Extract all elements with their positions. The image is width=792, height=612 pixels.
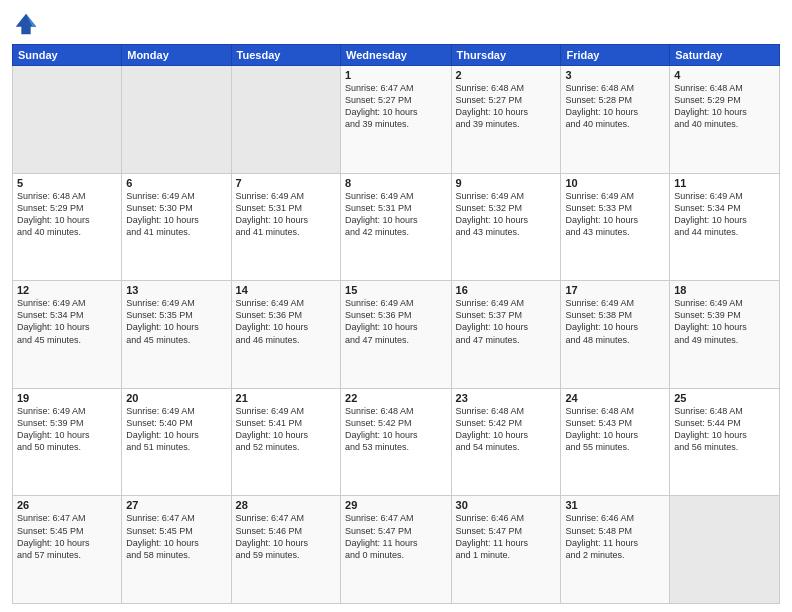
header	[12, 10, 780, 38]
col-header-monday: Monday	[122, 45, 231, 66]
calendar-cell: 9Sunrise: 6:49 AM Sunset: 5:32 PM Daylig…	[451, 173, 561, 281]
day-info: Sunrise: 6:48 AM Sunset: 5:44 PM Dayligh…	[674, 405, 775, 454]
calendar-cell: 28Sunrise: 6:47 AM Sunset: 5:46 PM Dayli…	[231, 496, 340, 604]
day-info: Sunrise: 6:49 AM Sunset: 5:35 PM Dayligh…	[126, 297, 226, 346]
calendar-cell: 4Sunrise: 6:48 AM Sunset: 5:29 PM Daylig…	[670, 66, 780, 174]
day-info: Sunrise: 6:49 AM Sunset: 5:37 PM Dayligh…	[456, 297, 557, 346]
day-info: Sunrise: 6:49 AM Sunset: 5:30 PM Dayligh…	[126, 190, 226, 239]
calendar-cell: 27Sunrise: 6:47 AM Sunset: 5:45 PM Dayli…	[122, 496, 231, 604]
day-info: Sunrise: 6:46 AM Sunset: 5:48 PM Dayligh…	[565, 512, 665, 561]
day-number: 7	[236, 177, 336, 189]
day-info: Sunrise: 6:48 AM Sunset: 5:42 PM Dayligh…	[345, 405, 447, 454]
page: SundayMondayTuesdayWednesdayThursdayFrid…	[0, 0, 792, 612]
day-info: Sunrise: 6:46 AM Sunset: 5:47 PM Dayligh…	[456, 512, 557, 561]
day-info: Sunrise: 6:49 AM Sunset: 5:31 PM Dayligh…	[345, 190, 447, 239]
day-info: Sunrise: 6:49 AM Sunset: 5:33 PM Dayligh…	[565, 190, 665, 239]
day-info: Sunrise: 6:49 AM Sunset: 5:39 PM Dayligh…	[17, 405, 117, 454]
day-number: 11	[674, 177, 775, 189]
calendar-cell: 23Sunrise: 6:48 AM Sunset: 5:42 PM Dayli…	[451, 388, 561, 496]
calendar-cell: 8Sunrise: 6:49 AM Sunset: 5:31 PM Daylig…	[341, 173, 452, 281]
day-number: 3	[565, 69, 665, 81]
day-info: Sunrise: 6:48 AM Sunset: 5:27 PM Dayligh…	[456, 82, 557, 131]
day-info: Sunrise: 6:49 AM Sunset: 5:36 PM Dayligh…	[236, 297, 336, 346]
day-number: 12	[17, 284, 117, 296]
calendar-cell: 13Sunrise: 6:49 AM Sunset: 5:35 PM Dayli…	[122, 281, 231, 389]
day-info: Sunrise: 6:49 AM Sunset: 5:41 PM Dayligh…	[236, 405, 336, 454]
day-info: Sunrise: 6:49 AM Sunset: 5:40 PM Dayligh…	[126, 405, 226, 454]
calendar-cell: 6Sunrise: 6:49 AM Sunset: 5:30 PM Daylig…	[122, 173, 231, 281]
day-number: 28	[236, 499, 336, 511]
day-info: Sunrise: 6:47 AM Sunset: 5:45 PM Dayligh…	[126, 512, 226, 561]
day-number: 2	[456, 69, 557, 81]
calendar-cell	[122, 66, 231, 174]
calendar-week-row: 12Sunrise: 6:49 AM Sunset: 5:34 PM Dayli…	[13, 281, 780, 389]
calendar-cell: 20Sunrise: 6:49 AM Sunset: 5:40 PM Dayli…	[122, 388, 231, 496]
col-header-saturday: Saturday	[670, 45, 780, 66]
calendar-cell: 24Sunrise: 6:48 AM Sunset: 5:43 PM Dayli…	[561, 388, 670, 496]
day-number: 5	[17, 177, 117, 189]
day-info: Sunrise: 6:49 AM Sunset: 5:31 PM Dayligh…	[236, 190, 336, 239]
logo-icon	[12, 10, 40, 38]
calendar-cell: 1Sunrise: 6:47 AM Sunset: 5:27 PM Daylig…	[341, 66, 452, 174]
calendar-week-row: 26Sunrise: 6:47 AM Sunset: 5:45 PM Dayli…	[13, 496, 780, 604]
day-number: 29	[345, 499, 447, 511]
calendar-week-row: 1Sunrise: 6:47 AM Sunset: 5:27 PM Daylig…	[13, 66, 780, 174]
day-info: Sunrise: 6:48 AM Sunset: 5:29 PM Dayligh…	[674, 82, 775, 131]
day-number: 10	[565, 177, 665, 189]
day-number: 6	[126, 177, 226, 189]
calendar-cell: 2Sunrise: 6:48 AM Sunset: 5:27 PM Daylig…	[451, 66, 561, 174]
day-number: 30	[456, 499, 557, 511]
day-number: 14	[236, 284, 336, 296]
day-number: 26	[17, 499, 117, 511]
calendar-header-row: SundayMondayTuesdayWednesdayThursdayFrid…	[13, 45, 780, 66]
day-number: 15	[345, 284, 447, 296]
calendar-cell: 5Sunrise: 6:48 AM Sunset: 5:29 PM Daylig…	[13, 173, 122, 281]
calendar-cell: 18Sunrise: 6:49 AM Sunset: 5:39 PM Dayli…	[670, 281, 780, 389]
calendar-cell: 30Sunrise: 6:46 AM Sunset: 5:47 PM Dayli…	[451, 496, 561, 604]
calendar-cell: 19Sunrise: 6:49 AM Sunset: 5:39 PM Dayli…	[13, 388, 122, 496]
col-header-tuesday: Tuesday	[231, 45, 340, 66]
logo	[12, 10, 44, 38]
col-header-wednesday: Wednesday	[341, 45, 452, 66]
day-number: 9	[456, 177, 557, 189]
col-header-friday: Friday	[561, 45, 670, 66]
day-number: 17	[565, 284, 665, 296]
calendar-cell: 3Sunrise: 6:48 AM Sunset: 5:28 PM Daylig…	[561, 66, 670, 174]
calendar-cell: 16Sunrise: 6:49 AM Sunset: 5:37 PM Dayli…	[451, 281, 561, 389]
day-number: 22	[345, 392, 447, 404]
calendar-cell	[670, 496, 780, 604]
day-info: Sunrise: 6:49 AM Sunset: 5:34 PM Dayligh…	[17, 297, 117, 346]
calendar-cell: 10Sunrise: 6:49 AM Sunset: 5:33 PM Dayli…	[561, 173, 670, 281]
calendar-cell	[13, 66, 122, 174]
calendar-table: SundayMondayTuesdayWednesdayThursdayFrid…	[12, 44, 780, 604]
day-number: 1	[345, 69, 447, 81]
calendar-cell: 29Sunrise: 6:47 AM Sunset: 5:47 PM Dayli…	[341, 496, 452, 604]
day-info: Sunrise: 6:48 AM Sunset: 5:42 PM Dayligh…	[456, 405, 557, 454]
day-number: 18	[674, 284, 775, 296]
day-number: 19	[17, 392, 117, 404]
day-number: 25	[674, 392, 775, 404]
calendar-week-row: 5Sunrise: 6:48 AM Sunset: 5:29 PM Daylig…	[13, 173, 780, 281]
col-header-sunday: Sunday	[13, 45, 122, 66]
day-number: 31	[565, 499, 665, 511]
day-number: 16	[456, 284, 557, 296]
col-header-thursday: Thursday	[451, 45, 561, 66]
day-info: Sunrise: 6:49 AM Sunset: 5:34 PM Dayligh…	[674, 190, 775, 239]
calendar-cell: 17Sunrise: 6:49 AM Sunset: 5:38 PM Dayli…	[561, 281, 670, 389]
calendar-week-row: 19Sunrise: 6:49 AM Sunset: 5:39 PM Dayli…	[13, 388, 780, 496]
day-number: 4	[674, 69, 775, 81]
day-number: 8	[345, 177, 447, 189]
day-number: 23	[456, 392, 557, 404]
day-info: Sunrise: 6:47 AM Sunset: 5:46 PM Dayligh…	[236, 512, 336, 561]
day-info: Sunrise: 6:49 AM Sunset: 5:39 PM Dayligh…	[674, 297, 775, 346]
day-number: 27	[126, 499, 226, 511]
day-info: Sunrise: 6:47 AM Sunset: 5:45 PM Dayligh…	[17, 512, 117, 561]
day-info: Sunrise: 6:49 AM Sunset: 5:32 PM Dayligh…	[456, 190, 557, 239]
calendar-cell	[231, 66, 340, 174]
day-info: Sunrise: 6:48 AM Sunset: 5:29 PM Dayligh…	[17, 190, 117, 239]
day-info: Sunrise: 6:48 AM Sunset: 5:43 PM Dayligh…	[565, 405, 665, 454]
calendar-cell: 22Sunrise: 6:48 AM Sunset: 5:42 PM Dayli…	[341, 388, 452, 496]
day-number: 24	[565, 392, 665, 404]
day-number: 21	[236, 392, 336, 404]
calendar-cell: 11Sunrise: 6:49 AM Sunset: 5:34 PM Dayli…	[670, 173, 780, 281]
